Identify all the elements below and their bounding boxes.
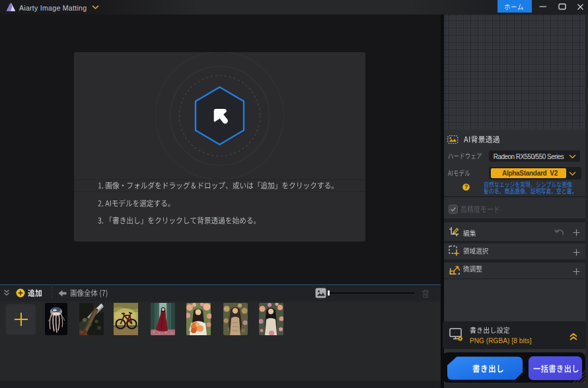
svg-text:?: ? (464, 183, 467, 190)
